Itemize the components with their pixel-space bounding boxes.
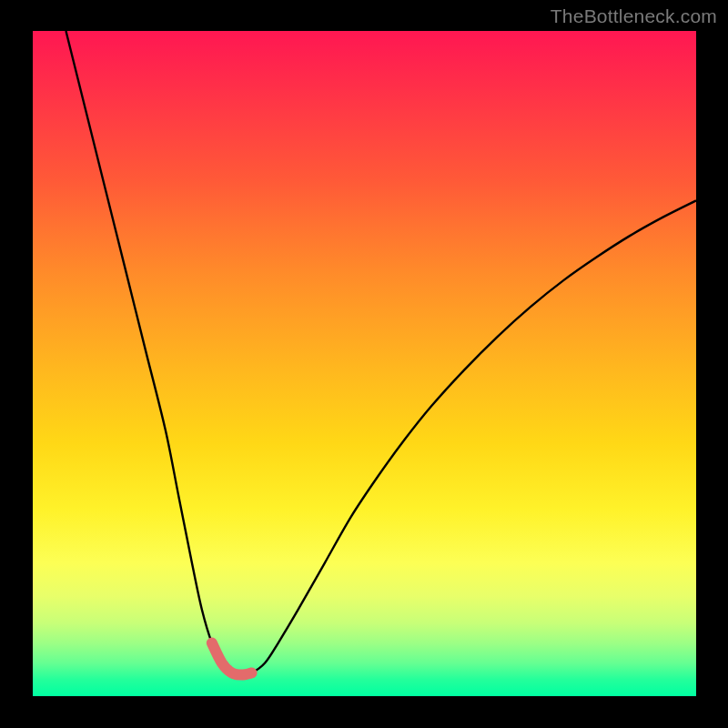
bottleneck-curve-path (66, 31, 696, 675)
plot-area (33, 31, 696, 696)
bottleneck-curve-highlight (212, 643, 252, 675)
watermark-text: TheBottleneck.com (551, 5, 717, 27)
chart-frame: TheBottleneck.com (0, 0, 728, 728)
bottleneck-curve-svg (33, 31, 696, 696)
